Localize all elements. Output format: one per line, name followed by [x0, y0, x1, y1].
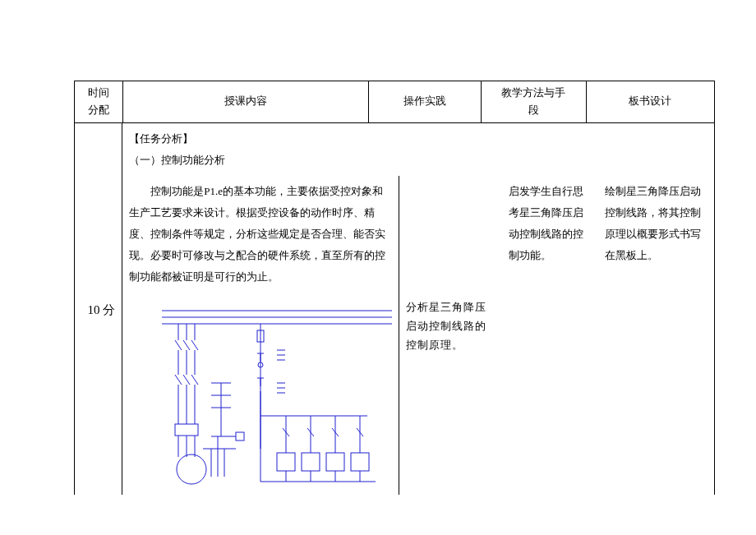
control-function-paragraph: 控制功能是P1.e的基本功能，主要依据受控对象和生产工艺要求来设计。根据受控设备… [129, 181, 392, 288]
cell-method-empty3 [502, 293, 598, 495]
cell-method-empty1 [502, 123, 598, 176]
cell-method-text: 启发学生自行思考星三角降压启动控制线路的控制功能。 [502, 176, 598, 293]
svg-rect-28 [277, 453, 295, 471]
body-table: 【任务分析】 （一）控制功能分析 控制功能是P1.e的基本功能，主要依据受控对象… [74, 123, 715, 495]
header-lecture: 授课内容 [123, 81, 369, 123]
circuit-svg [154, 301, 392, 490]
page: 时间分配 授课内容 操作实践 教学方法与手段 板书设计 【任务分析】 （一）控制… [0, 81, 756, 535]
header-time: 时间分配 [75, 81, 123, 123]
cell-time-2 [75, 176, 122, 293]
cell-board-text: 绘制星三角降压启动控制线路，将其控制原理以概要形式书写在黑板上。 [598, 176, 714, 293]
cell-board-empty1 [598, 123, 714, 176]
svg-rect-23 [236, 432, 244, 440]
cell-time-1 [75, 123, 122, 176]
cell-lecture-intro: 【任务分析】 （一）控制功能分析 [122, 123, 399, 176]
header-board: 板书设计 [586, 81, 714, 123]
header-practice: 操作实践 [368, 81, 481, 123]
cell-board-empty3 [598, 293, 714, 495]
svg-point-16 [177, 454, 206, 484]
task-analysis-heading: 【任务分析】 [129, 128, 393, 150]
svg-rect-12 [175, 424, 198, 436]
cell-practice-empty1 [399, 123, 503, 176]
svg-rect-31 [351, 453, 369, 471]
cell-time-3: 10 分 [75, 293, 122, 495]
cell-diagram [122, 293, 399, 495]
cell-lecture-para: 控制功能是P1.e的基本功能，主要依据受控对象和生产工艺要求来设计。根据受控设备… [122, 176, 399, 293]
cell-practice-text: 分析星三角降压启动控制线路的控制原理。 [399, 293, 503, 495]
header-method: 教学方法与手段 [482, 81, 587, 123]
circuit-diagram [154, 301, 392, 490]
header-table: 时间分配 授课内容 操作实践 教学方法与手段 板书设计 [74, 81, 715, 123]
cell-practice-empty2 [399, 176, 503, 293]
svg-rect-29 [302, 453, 320, 471]
control-function-subheading: （一）控制功能分析 [129, 150, 393, 171]
svg-rect-30 [326, 453, 344, 471]
